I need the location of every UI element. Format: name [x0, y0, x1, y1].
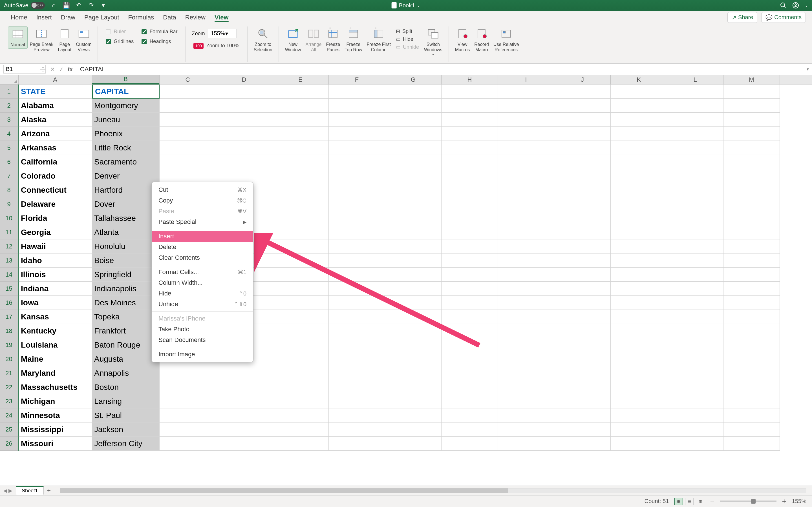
cell-J24[interactable] [554, 408, 611, 422]
cell-A13[interactable]: Idaho [18, 253, 92, 268]
row-header[interactable]: 12 [0, 239, 18, 253]
cell-F16[interactable] [329, 296, 385, 310]
cell-E14[interactable] [272, 268, 329, 282]
cell-I23[interactable] [498, 394, 554, 408]
cell-J9[interactable] [554, 197, 611, 211]
column-header-D[interactable]: D [216, 75, 272, 84]
cell-E24[interactable] [272, 408, 329, 422]
tab-home[interactable]: Home [6, 11, 32, 24]
cell-G16[interactable] [385, 296, 442, 310]
cell-J22[interactable] [554, 380, 611, 394]
cell-C2[interactable] [160, 99, 216, 113]
cell-E16[interactable] [272, 296, 329, 310]
cell-B20[interactable]: Augusta [92, 352, 160, 366]
cell-F4[interactable] [329, 127, 385, 141]
cell-K1[interactable] [611, 84, 667, 99]
cell-G24[interactable] [385, 408, 442, 422]
cell-I3[interactable] [498, 113, 554, 127]
cell-D5[interactable] [216, 141, 272, 155]
name-box[interactable]: B1 [3, 65, 40, 73]
cell-B16[interactable]: Des Moines [92, 296, 160, 310]
cell-D1[interactable] [216, 84, 272, 99]
cell-B5[interactable]: Little Rock [92, 141, 160, 155]
cell-A14[interactable]: Illinois [18, 268, 92, 282]
comments-button[interactable]: 💬 Comments [761, 12, 806, 23]
cell-F24[interactable] [329, 408, 385, 422]
cell-H22[interactable] [442, 380, 498, 394]
cell-A24[interactable]: Minnesota [18, 408, 92, 422]
cell-K23[interactable] [611, 394, 667, 408]
row-header[interactable]: 13 [0, 253, 18, 268]
cell-E26[interactable] [272, 437, 329, 451]
cell-A17[interactable]: Kansas [18, 310, 92, 324]
cell-I25[interactable] [498, 422, 554, 437]
cell-C24[interactable] [160, 408, 216, 422]
cell-G7[interactable] [385, 169, 442, 183]
cell-B17[interactable]: Topeka [92, 310, 160, 324]
cell-A7[interactable]: Colorado [18, 169, 92, 183]
formula-bar-checkbox[interactable]: Formula Bar [142, 29, 177, 35]
tab-draw[interactable]: Draw [56, 11, 80, 24]
row-header[interactable]: 22 [0, 380, 18, 394]
context-menu-insert[interactable]: Insert [152, 231, 253, 242]
cell-I17[interactable] [498, 310, 554, 324]
autosave-control[interactable]: AutoSave OFF [4, 2, 45, 9]
context-menu-unhide[interactable]: Unhide⌃⇧0 [152, 299, 253, 309]
cell-G12[interactable] [385, 239, 442, 253]
cell-L8[interactable] [667, 183, 723, 197]
cell-I12[interactable] [498, 239, 554, 253]
cell-D21[interactable] [216, 366, 272, 380]
cell-B7[interactable]: Denver [92, 169, 160, 183]
cell-B22[interactable]: Boston [92, 380, 160, 394]
cell-M10[interactable] [723, 211, 780, 225]
row-header[interactable]: 17 [0, 310, 18, 324]
cell-G23[interactable] [385, 394, 442, 408]
row-header[interactable]: 18 [0, 324, 18, 338]
cell-M18[interactable] [723, 324, 780, 338]
cell-K7[interactable] [611, 169, 667, 183]
hide-button[interactable]: ▭Hide [396, 36, 419, 42]
cell-L19[interactable] [667, 338, 723, 352]
cell-J3[interactable] [554, 113, 611, 127]
cell-J5[interactable] [554, 141, 611, 155]
cell-E3[interactable] [272, 113, 329, 127]
cell-M1[interactable] [723, 84, 780, 99]
autosave-toggle[interactable]: OFF [31, 2, 45, 9]
cell-L2[interactable] [667, 99, 723, 113]
cell-D24[interactable] [216, 408, 272, 422]
select-all-corner[interactable] [0, 75, 18, 84]
cell-G22[interactable] [385, 380, 442, 394]
cell-B15[interactable]: Indianapolis [92, 282, 160, 296]
row-header[interactable]: 5 [0, 141, 18, 155]
cell-B2[interactable]: Montgomery [92, 99, 160, 113]
cell-A22[interactable]: Massachusetts [18, 380, 92, 394]
cell-G17[interactable] [385, 310, 442, 324]
cell-F9[interactable] [329, 197, 385, 211]
cell-M23[interactable] [723, 394, 780, 408]
cell-G11[interactable] [385, 225, 442, 239]
cell-L3[interactable] [667, 113, 723, 127]
context-menu-column-width-[interactable]: Column Width... [152, 277, 253, 288]
cell-G15[interactable] [385, 282, 442, 296]
cell-H13[interactable] [442, 253, 498, 268]
cell-L18[interactable] [667, 324, 723, 338]
sheet-nav-prev[interactable]: ◀ [3, 488, 7, 494]
cell-C4[interactable] [160, 127, 216, 141]
context-menu-format-cells-[interactable]: Format Cells...⌘1 [152, 267, 253, 277]
cell-L17[interactable] [667, 310, 723, 324]
cell-A9[interactable]: Delaware [18, 197, 92, 211]
cell-J11[interactable] [554, 225, 611, 239]
row-header[interactable]: 21 [0, 366, 18, 380]
cell-F12[interactable] [329, 239, 385, 253]
cell-K18[interactable] [611, 324, 667, 338]
cell-J10[interactable] [554, 211, 611, 225]
cell-J25[interactable] [554, 422, 611, 437]
cell-B19[interactable]: Baton Rouge [92, 338, 160, 352]
cell-A26[interactable]: Missouri [18, 437, 92, 451]
view-page-layout-button[interactable]: Page Layout [56, 26, 73, 54]
cell-M24[interactable] [723, 408, 780, 422]
cell-H18[interactable] [442, 324, 498, 338]
cell-M13[interactable] [723, 253, 780, 268]
cell-K5[interactable] [611, 141, 667, 155]
cell-G9[interactable] [385, 197, 442, 211]
